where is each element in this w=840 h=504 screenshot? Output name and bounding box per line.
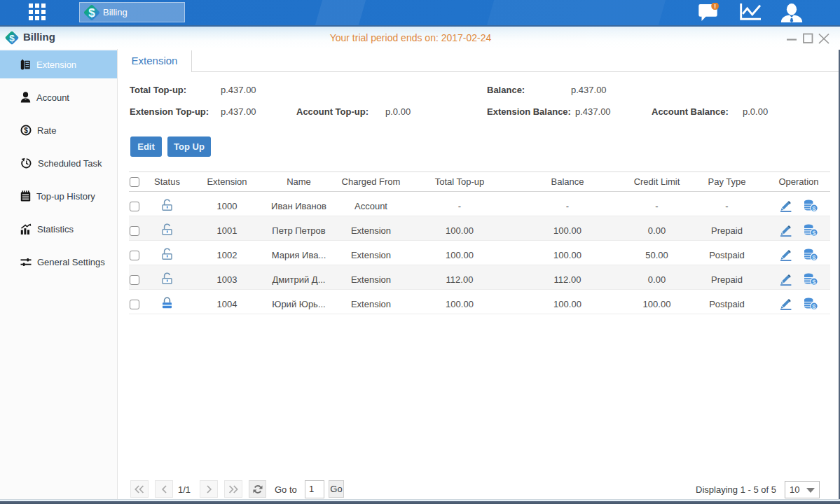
svg-text:$: $ — [812, 229, 816, 237]
svg-text:$: $ — [812, 278, 816, 286]
svg-text:$: $ — [24, 127, 28, 134]
svg-text:!: ! — [714, 3, 716, 10]
svg-text:$: $ — [88, 6, 95, 20]
svg-text:$: $ — [812, 253, 816, 261]
svg-text:$: $ — [812, 302, 816, 310]
svg-text:$: $ — [812, 204, 816, 212]
